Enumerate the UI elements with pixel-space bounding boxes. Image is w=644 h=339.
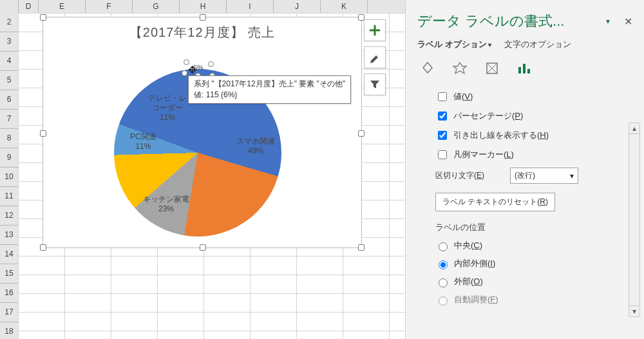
radio-position-best-fit-label: 自動調整(F) [454, 294, 498, 305]
row-2[interactable]: 2 [0, 13, 18, 32]
row-6[interactable]: 6 [0, 90, 18, 110]
size-properties-icon[interactable] [483, 59, 501, 77]
col-H[interactable]: H [180, 0, 227, 13]
row-8[interactable]: 8 [0, 129, 18, 148]
chart-filters-button[interactable] [364, 73, 386, 95]
pane-title: データ ラベルの書式... [417, 12, 602, 31]
separator-select[interactable]: (改行) ▾ [510, 168, 578, 184]
data-label-tv[interactable]: テレビ・レ コーダー 11% [148, 93, 187, 122]
selection-handle[interactable] [208, 61, 214, 67]
row-13[interactable]: 13 [0, 226, 18, 245]
selection-handle[interactable] [182, 70, 187, 76]
checkbox-legend-marker-label: 凡例マーカー(L) [453, 149, 514, 160]
chart-resize-handle[interactable] [200, 14, 206, 21]
label-options-icon[interactable] [515, 59, 533, 77]
row-18[interactable]: 18 [0, 322, 18, 339]
svg-rect-4 [527, 69, 530, 73]
radio-position-inside-end-input[interactable] [439, 260, 448, 269]
chart-resize-handle[interactable] [40, 130, 46, 137]
funnel-icon [369, 79, 381, 90]
checkbox-leader-lines-input[interactable] [438, 131, 447, 140]
row-3[interactable]: 3 [0, 32, 18, 52]
col-I[interactable]: I [227, 0, 274, 13]
paintbrush-icon [369, 52, 381, 63]
checkbox-percentage[interactable]: パーセンテージ(P) [435, 110, 632, 122]
embedded-chart[interactable]: 【2017年12月度】 売上 スマホ関連 49% キッチン家電 23% PC関連… [43, 17, 362, 248]
chevron-down-icon: ▾ [570, 171, 574, 180]
checkbox-leader-lines[interactable]: 引き出し線を表示する(H) [435, 129, 632, 142]
tab-text-options[interactable]: 文字のオプション [504, 39, 571, 50]
row-5[interactable]: 5 [0, 71, 18, 90]
chart-resize-handle[interactable] [40, 244, 46, 251]
chart-elements-button[interactable] [364, 19, 386, 41]
separator-row: 区切り文字(E) (改行) ▾ [435, 168, 632, 184]
chart-title[interactable]: 【2017年12月度】 売上 [43, 24, 361, 41]
radio-position-inside-end[interactable]: 内部外側(I) [435, 258, 632, 269]
row-12[interactable]: 12 [0, 206, 18, 226]
row-headers: 2 3 4 5 6 7 8 9 10 11 12 13 14 15 16 17 … [0, 13, 19, 339]
radio-position-outside-end-input[interactable] [439, 278, 448, 287]
col-D[interactable]: D [19, 0, 39, 13]
data-label-kitchen[interactable]: キッチン家電 23% [143, 195, 189, 214]
checkbox-legend-marker[interactable]: 凡例マーカー(L) [435, 148, 632, 161]
radio-position-outside-end-label: 外部(O) [454, 276, 483, 287]
reset-label-text-button[interactable]: ラベル テキストのリセット(R) [435, 193, 555, 211]
checkbox-legend-marker-input[interactable] [438, 150, 447, 159]
row-9[interactable]: 9 [0, 148, 18, 168]
row-14[interactable]: 14 [0, 245, 18, 264]
pane-body: 値(V) パーセンテージ(P) 引き出し線を表示する(H) 凡例マーカー(L) … [406, 90, 644, 305]
radio-position-outside-end[interactable]: 外部(O) [435, 276, 632, 287]
chart-side-buttons [364, 19, 386, 101]
svg-rect-2 [518, 67, 521, 73]
pane-close-button[interactable]: ✕ [624, 15, 632, 28]
row-10[interactable]: 10 [0, 168, 18, 187]
move-cursor-icon: ✥ [188, 64, 196, 76]
row-11[interactable]: 11 [0, 187, 18, 206]
row-7[interactable]: 7 [0, 110, 18, 129]
separator-label: 区切り文字(E) [435, 170, 484, 181]
col-J[interactable]: J [274, 0, 321, 13]
radio-position-center[interactable]: 中央(C) [435, 240, 632, 251]
row-16[interactable]: 16 [0, 284, 18, 303]
chart-resize-handle[interactable] [200, 244, 206, 251]
pane-scrollbar[interactable]: ▴ ▾ [629, 122, 640, 317]
checkbox-value-input[interactable] [438, 92, 447, 101]
close-icon: ✕ [624, 16, 632, 27]
row-17[interactable]: 17 [0, 303, 18, 322]
radio-position-center-label: 中央(C) [454, 240, 482, 251]
svg-rect-3 [523, 64, 526, 73]
chart-resize-handle[interactable] [358, 244, 365, 251]
checkbox-leader-lines-label: 引き出し線を表示する(H) [453, 130, 549, 141]
checkbox-percentage-input[interactable] [438, 111, 447, 121]
col-G[interactable]: G [133, 0, 180, 13]
label-position-heading: ラベルの位置 [435, 222, 632, 233]
radio-position-inside-end-label: 内部外側(I) [454, 258, 495, 269]
chart-resize-handle[interactable] [358, 130, 365, 137]
checkbox-percentage-label: パーセンテージ(P) [453, 110, 523, 122]
plus-icon [369, 24, 381, 36]
tab-label-options[interactable]: ラベル オプション▾ [417, 39, 491, 50]
radio-position-center-input[interactable] [439, 242, 448, 251]
checkbox-value-label: 値(V) [453, 91, 473, 102]
svg-marker-0 [453, 63, 466, 73]
column-headers: D E F G H I J K [0, 0, 405, 14]
chart-resize-handle[interactable] [40, 14, 46, 21]
chart-styles-button[interactable] [364, 46, 386, 68]
col-F[interactable]: F [86, 0, 133, 13]
row-4[interactable]: 4 [0, 52, 18, 71]
radio-position-best-fit[interactable]: 自動調整(F) [435, 294, 632, 305]
pane-title-menu[interactable]: ▾ [606, 17, 610, 26]
checkbox-value[interactable]: 値(V) [435, 90, 632, 103]
format-category-icons [406, 57, 644, 84]
format-data-labels-pane: データ ラベルの書式... ▾ ✕ ラベル オプション▾ 文字のオプション 値(… [405, 0, 644, 339]
radio-position-best-fit-input[interactable] [439, 296, 448, 305]
data-label-pc[interactable]: PC関連 11% [130, 132, 156, 151]
scroll-up-button[interactable]: ▴ [629, 123, 639, 134]
col-K[interactable]: K [321, 0, 368, 13]
fill-line-icon[interactable] [419, 59, 437, 77]
data-label-smartphone[interactable]: スマホ関連 49% [236, 137, 275, 156]
row-15[interactable]: 15 [0, 264, 18, 284]
effects-icon[interactable] [451, 59, 469, 77]
scroll-down-button[interactable]: ▾ [629, 305, 639, 316]
col-E[interactable]: E [39, 0, 86, 13]
